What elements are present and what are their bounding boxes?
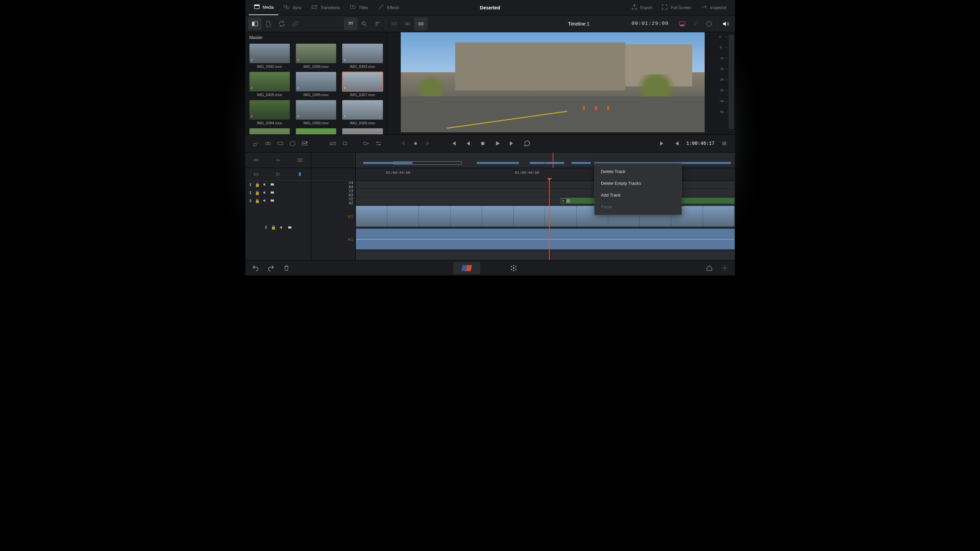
- next-edit-button[interactable]: [657, 138, 667, 149]
- media-clip[interactable]: ♪IMG_0392.mov: [250, 44, 290, 68]
- overview-clip[interactable]: [363, 162, 393, 164]
- speaker-icon[interactable]: [262, 190, 267, 196]
- marker-tool-button[interactable]: [294, 169, 305, 180]
- search-button[interactable]: [357, 17, 371, 30]
- viewer-menu-button[interactable]: [719, 138, 730, 149]
- color-sparkle-button[interactable]: [702, 17, 716, 30]
- overview-clip[interactable]: [393, 162, 405, 164]
- tab-effects[interactable]: Effects: [373, 0, 404, 15]
- speaker-icon[interactable]: [262, 182, 267, 188]
- media-clip[interactable]: ♪: [250, 129, 290, 134]
- strip-view-button[interactable]: [387, 17, 401, 30]
- track-label-a1[interactable]: A1: [311, 228, 355, 251]
- media-clip[interactable]: ♪IMG_0389.mov: [342, 100, 383, 125]
- sort-button[interactable]: [371, 17, 384, 30]
- collapse-icon[interactable]: ⇕: [249, 191, 252, 195]
- media-clip[interactable]: ♪IMG_0398.mov: [296, 44, 336, 68]
- layout-toggle-button[interactable]: [248, 17, 262, 30]
- media-clip[interactable]: ♪IMG_0388.mov: [296, 100, 336, 125]
- append-clip-button[interactable]: [263, 138, 274, 149]
- track-label-a3[interactable]: A3: [311, 193, 355, 197]
- delete-button[interactable]: [282, 264, 291, 273]
- close-up-button[interactable]: [287, 138, 298, 149]
- viewer-frame[interactable]: [401, 32, 705, 132]
- export-button[interactable]: Export: [626, 4, 657, 11]
- collapse-icon[interactable]: ⇕: [264, 225, 267, 231]
- tab-transitions[interactable]: Transitions: [306, 0, 345, 15]
- cut-page-button[interactable]: [453, 262, 480, 274]
- clips-grid[interactable]: ♪IMG_0392.mov♪IMG_0398.mov♪IMG_0393.mov♪…: [245, 42, 387, 134]
- track-header-v1a1[interactable]: ⇕ 🔒: [245, 205, 311, 251]
- lock-icon[interactable]: 🔒: [271, 225, 276, 231]
- context-menu-item[interactable]: Delete Track: [595, 166, 681, 178]
- media-clip[interactable]: ♪IMG_0384.mov: [250, 100, 290, 125]
- track-label-a4[interactable]: A4: [311, 185, 355, 189]
- fullscreen-button[interactable]: Full Screen: [657, 4, 696, 11]
- track-label-v3[interactable]: V3: [311, 189, 355, 193]
- prev-edit-small-button[interactable]: [398, 138, 409, 149]
- tl-tool-3[interactable]: [294, 155, 305, 166]
- clip-thumbnail[interactable]: ♪: [342, 129, 383, 134]
- go-to-start-button[interactable]: [448, 138, 458, 149]
- track-label-v1[interactable]: V1: [311, 205, 355, 228]
- collapse-icon[interactable]: ⇕: [249, 198, 252, 203]
- proxy-badge[interactable]: [675, 17, 689, 30]
- home-button[interactable]: [705, 264, 714, 273]
- clip-thumbnail[interactable]: ♪: [296, 72, 336, 91]
- context-menu-item[interactable]: Add Track: [595, 189, 681, 201]
- mute-button[interactable]: [719, 17, 732, 30]
- clip-thumbnail[interactable]: ♪: [342, 44, 383, 63]
- filmstrip-icon[interactable]: [270, 182, 275, 188]
- track-label-v4[interactable]: V4: [311, 181, 355, 185]
- stop-button[interactable]: [477, 138, 488, 149]
- context-menu-item[interactable]: Delete Empty Tracks: [595, 178, 681, 189]
- grid-view-button[interactable]: [344, 17, 357, 30]
- place-on-top-button[interactable]: [299, 138, 310, 149]
- clip-on-a1[interactable]: [356, 229, 735, 249]
- collapse-icon[interactable]: ⇕: [249, 183, 252, 187]
- filmstrip-icon[interactable]: [270, 190, 275, 196]
- settings-button[interactable]: [720, 264, 730, 273]
- tab-media[interactable]: Media: [249, 0, 279, 15]
- overview-playhead[interactable]: [553, 152, 554, 168]
- settings-sliders-button[interactable]: [373, 138, 384, 149]
- clip-thumbnail[interactable]: ♪: [342, 72, 383, 91]
- loop-button[interactable]: [522, 138, 533, 149]
- dissolve-button[interactable]: [328, 138, 338, 149]
- filmstrip-icon[interactable]: [270, 198, 275, 204]
- tl-tool-1[interactable]: [251, 155, 262, 166]
- clip-thumbnail[interactable]: ♪: [250, 129, 290, 134]
- scissors-button[interactable]: [273, 169, 283, 180]
- prev-edit-button[interactable]: [671, 138, 682, 149]
- speaker-icon[interactable]: [262, 198, 267, 204]
- bypass-fx-button[interactable]: [689, 17, 702, 30]
- overview-clip[interactable]: [538, 162, 545, 164]
- clip-thumbnail[interactable]: ♪: [250, 100, 290, 120]
- track-a1[interactable]: [356, 228, 735, 251]
- sync-bin-button[interactable]: [275, 17, 288, 30]
- dual-viewer-button[interactable]: [414, 17, 428, 30]
- undo-button[interactable]: [251, 264, 260, 273]
- track-label-v2[interactable]: V2: [311, 197, 355, 201]
- lock-icon[interactable]: 🔒: [255, 183, 260, 187]
- track-header-v4a4[interactable]: ⇕ 🔒: [245, 181, 311, 189]
- tl-tool-2[interactable]: [273, 155, 283, 166]
- viewer-timecode[interactable]: 1:00:46:17: [686, 141, 714, 146]
- track-header-v2a2[interactable]: ⇕ 🔒: [245, 197, 311, 205]
- timeline-name[interactable]: Timeline 1: [568, 21, 589, 27]
- overview-clip[interactable]: [530, 162, 538, 164]
- media-clip[interactable]: ♪IMG_0393.mov: [342, 44, 383, 68]
- next-edit-small-button[interactable]: [422, 138, 433, 149]
- track-header-v3a3[interactable]: ⇕ 🔒: [245, 189, 311, 197]
- track-label-a2[interactable]: A2: [311, 201, 355, 205]
- ripple-overwrite-button[interactable]: [275, 138, 286, 149]
- timeline-tracks[interactable]: ⌄ 01:00:44:0001:00:46:00 fx Delete Track…: [356, 152, 735, 260]
- overview-clip[interactable]: [405, 162, 412, 164]
- other-page-button[interactable]: [500, 262, 527, 274]
- lock-icon[interactable]: 🔒: [255, 191, 260, 195]
- marker-button[interactable]: [410, 138, 421, 149]
- tab-sync[interactable]: Sync: [278, 0, 306, 15]
- cut-button[interactable]: [340, 138, 350, 149]
- redo-button[interactable]: [266, 264, 276, 273]
- media-clip[interactable]: ♪: [342, 129, 383, 134]
